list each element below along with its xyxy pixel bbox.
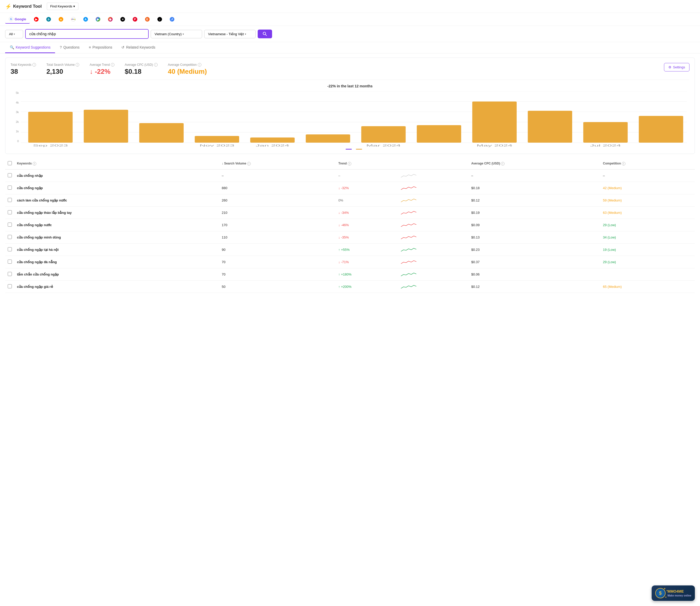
- competition-value: 29 (Low): [603, 260, 616, 264]
- select-all-checkbox[interactable]: [8, 161, 12, 165]
- keyword-text: tấm chắn cửa chống ngập: [17, 273, 59, 276]
- sparkline-cell: [398, 194, 469, 207]
- platform-tab-amazon[interactable]: a: [55, 15, 67, 23]
- platform-tab-google[interactable]: G Google: [5, 15, 30, 24]
- trend-cell: ↑ +55%: [336, 243, 398, 256]
- sparkline-chart: [401, 259, 416, 265]
- sparkline-cell: [398, 281, 469, 293]
- sparkline-chart: [401, 234, 416, 240]
- search-volume-cell: 110: [219, 231, 336, 243]
- legend-line-1: [346, 149, 352, 149]
- sparkline-chart: [401, 197, 416, 203]
- select-all-header: [5, 158, 15, 169]
- bar-sep2023: [28, 112, 73, 143]
- trend-info-icon: i: [348, 162, 351, 165]
- average-trend-label: Average Trend i: [90, 63, 114, 67]
- row-checkbox[interactable]: [8, 235, 12, 239]
- competition-value: 19 (Low): [603, 248, 616, 252]
- platform-tab-twitter[interactable]: ✕: [117, 15, 129, 23]
- google-icon: G: [9, 17, 14, 21]
- bar-jul2024: [583, 122, 628, 143]
- svg-text:Nov 2023: Nov 2023: [200, 144, 234, 147]
- tab-prepositions[interactable]: ≡ Prepositions: [84, 42, 117, 53]
- total-keywords-value: 38: [10, 68, 36, 75]
- competition-value: –: [603, 174, 605, 178]
- platform-tab-youtube[interactable]: ▶: [30, 15, 42, 23]
- suggestions-icon: 🔍: [10, 45, 14, 49]
- row-checkbox[interactable]: [8, 198, 12, 202]
- row-checkbox[interactable]: [8, 223, 12, 227]
- row-checkbox[interactable]: [8, 284, 12, 288]
- tab-related-keywords[interactable]: ↺ Related Keywords: [117, 42, 160, 53]
- prepositions-label: Prepositions: [92, 45, 112, 49]
- trend-value: ↑ +55%: [338, 248, 350, 252]
- keywords-column-header: Keywords i: [15, 158, 219, 169]
- country-selector[interactable]: Vietnam (Country) ▾: [151, 30, 202, 38]
- trends-icon: ↗: [170, 17, 174, 22]
- trend-cell: ↓ -46%: [336, 219, 398, 231]
- amazon-icon: a: [59, 17, 63, 22]
- trend-value: ↑ +200%: [338, 285, 352, 288]
- row-checkbox[interactable]: [8, 272, 12, 276]
- prepositions-icon: ≡: [89, 45, 91, 49]
- y-axis-labels: 5k 4k 3k 2k 1k 0: [10, 91, 20, 143]
- platform-tab-appstore[interactable]: A: [80, 15, 92, 23]
- competition-cell: 29 (Low): [601, 219, 695, 231]
- ebay-icon: ebay: [71, 17, 75, 22]
- logo: ⚡ Keyword Tool: [5, 3, 42, 9]
- nav-tabs: 🔍 Keyword Suggestions ? Questions ≡ Prep…: [0, 42, 700, 53]
- trend-value: ↓ -34%: [338, 211, 349, 215]
- tab-keyword-suggestions[interactable]: 🔍 Keyword Suggestions: [5, 42, 55, 53]
- chart-area: 5k 4k 3k 2k 1k 0: [10, 91, 690, 149]
- row-checkbox[interactable]: [8, 186, 12, 190]
- search-all-button[interactable]: All ▾: [5, 30, 23, 38]
- search-volume-column-header[interactable]: ↓ Search Volume i: [219, 158, 336, 169]
- cpc-cell: $0.12: [469, 194, 600, 207]
- cpc-info-icon: i: [154, 63, 158, 67]
- cpc-cell: $0.19: [469, 207, 600, 219]
- trend-cell: ↓ -71%: [336, 256, 398, 268]
- platform-tab-playstore[interactable]: ▶: [92, 15, 104, 23]
- keywords-info-icon: i: [33, 162, 36, 165]
- platform-tab-pinterest[interactable]: P: [129, 15, 141, 23]
- etsy-icon: E: [145, 17, 150, 22]
- row-checkbox[interactable]: [8, 173, 12, 177]
- table-row: tấm chắn cửa chống ngập70↑ +180% $0.06: [5, 268, 695, 281]
- table-body: cửa chống nhập–– ––cửa chống ngập880↓ -3…: [5, 169, 695, 293]
- legend-item-2: [356, 149, 362, 149]
- average-competition-value: 40 (Medium): [168, 68, 207, 75]
- competition-cell: 42 (Medium): [601, 182, 695, 194]
- platform-tabs: G Google ▶ b a ebay A ▶ ◉ ✕ P E ♪ ↗: [0, 13, 700, 26]
- row-checkbox[interactable]: [8, 260, 12, 264]
- chart-section: -22% in the last 12 months 5k 4k 3k 2k 1…: [10, 80, 690, 154]
- platform-tab-ebay[interactable]: ebay: [67, 15, 79, 23]
- platform-tab-instagram[interactable]: ◉: [105, 15, 116, 23]
- keyword-text: cửa chống ngập nước: [17, 223, 52, 227]
- row-checkbox[interactable]: [8, 247, 12, 251]
- questions-icon: ?: [60, 45, 62, 49]
- pinterest-icon: P: [133, 17, 137, 22]
- search-volume-cell: 90: [219, 243, 336, 256]
- platform-tab-etsy[interactable]: E: [141, 15, 153, 23]
- sparkline-chart: [401, 283, 416, 289]
- cpc-cell: $0.13: [469, 231, 600, 243]
- bar-oct2023: [84, 110, 128, 143]
- keyword-text: cửa chống ngập giá rẻ: [17, 285, 53, 288]
- platform-tab-tiktok[interactable]: ♪: [154, 15, 166, 23]
- sparkline-chart: [401, 271, 416, 277]
- platform-tab-bing[interactable]: b: [43, 15, 54, 23]
- bar-aug2024: [639, 116, 683, 143]
- row-checkbox[interactable]: [8, 210, 12, 214]
- related-label: Related Keywords: [126, 45, 155, 49]
- search-button[interactable]: [258, 29, 272, 38]
- settings-button[interactable]: ⚙ Settings: [664, 63, 690, 71]
- language-selector[interactable]: Vietnamese - Tiếng Việt ▾: [204, 30, 256, 38]
- stats-section: Total Keywords i 38 Total Search Volume …: [5, 57, 695, 154]
- google-label: Google: [15, 17, 26, 21]
- search-input[interactable]: [25, 29, 149, 39]
- find-keywords-button[interactable]: Find Keywords ▾: [47, 3, 78, 10]
- tab-questions[interactable]: ? Questions: [55, 42, 84, 53]
- platform-tab-trends[interactable]: ↗: [166, 15, 178, 23]
- sparkline-cell: [398, 268, 469, 281]
- trend-cell: ↓ -35%: [336, 231, 398, 243]
